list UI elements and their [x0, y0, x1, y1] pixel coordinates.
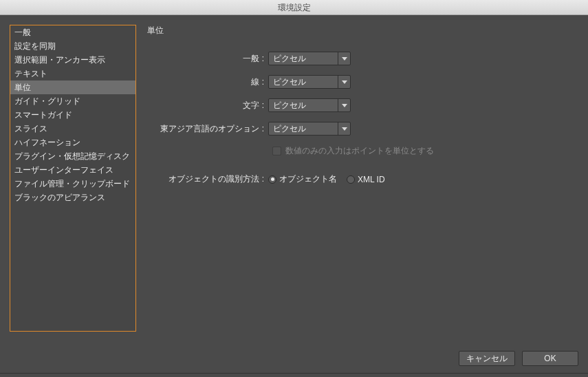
sidebar-item-type[interactable]: テキスト: [10, 67, 135, 80]
ok-button[interactable]: OK: [522, 351, 578, 366]
sidebar-item-ui[interactable]: ユーザーインターフェイス: [10, 163, 135, 177]
sidebar-item-hyphenation[interactable]: ハイフネーション: [10, 136, 135, 149]
label-stroke-units: 線 :: [147, 76, 268, 88]
select-value: ピクセル: [269, 122, 338, 135]
select-type-units[interactable]: ピクセル: [268, 98, 351, 112]
sidebar-item-selection-anchor[interactable]: 選択範囲・アンカー表示: [10, 53, 135, 67]
radio-option-xml-id[interactable]: XML ID: [347, 175, 385, 184]
radio-icon: [268, 175, 276, 184]
label-object-identify: オブジェクトの識別方法 :: [147, 173, 268, 185]
sidebar-item-plugins-scratch[interactable]: プラグイン・仮想記憶ディスク: [10, 149, 135, 163]
chevron-down-icon: [338, 76, 350, 88]
window-titlebar: 環境設定: [0, 0, 588, 15]
window-title: 環境設定: [278, 3, 311, 12]
sidebar-item-file-clipboard[interactable]: ファイル管理・クリップボード: [10, 177, 135, 191]
preferences-panel-units: 単位 一般 : ピクセル 線 : ピクセル: [147, 25, 578, 332]
select-value: ピクセル: [269, 76, 338, 88]
checkbox-label: 数値のみの入力はポイントを単位とする: [285, 145, 434, 157]
section-title: 単位: [147, 25, 578, 36]
label-east-asian-units: 東アジア言語のオプション :: [147, 123, 268, 135]
sidebar-item-guides-grid[interactable]: ガイド・グリッド: [10, 94, 135, 108]
select-value: ピクセル: [269, 99, 338, 111]
sidebar-item-sync-settings[interactable]: 設定を同期: [10, 39, 135, 53]
radio-icon: [347, 175, 355, 184]
select-general-units[interactable]: ピクセル: [268, 52, 351, 65]
radio-option-object-name[interactable]: オブジェクト名: [268, 173, 337, 185]
label-type-units: 文字 :: [147, 100, 268, 111]
cancel-button[interactable]: キャンセル: [459, 351, 515, 366]
radio-label: XML ID: [358, 175, 385, 184]
radio-label: オブジェクト名: [279, 173, 337, 185]
label-general-units: 一般 :: [147, 53, 268, 65]
sidebar-item-black-appearance[interactable]: ブラックのアピアランス: [10, 191, 135, 204]
select-stroke-units[interactable]: ピクセル: [268, 75, 351, 89]
chevron-down-icon: [338, 52, 350, 65]
divider: [0, 373, 588, 374]
sidebar-item-general[interactable]: 一般: [10, 25, 135, 39]
sidebar-item-slices[interactable]: スライス: [10, 122, 135, 136]
select-value: ピクセル: [269, 52, 338, 65]
checkbox-numbers-as-points: [272, 147, 281, 155]
chevron-down-icon: [338, 99, 350, 111]
sidebar-item-smart-guides[interactable]: スマートガイド: [10, 108, 135, 122]
preferences-sidebar: 一般 設定を同期 選択範囲・アンカー表示 テキスト 単位 ガイド・グリッド スマ…: [10, 25, 136, 332]
chevron-down-icon: [338, 122, 350, 135]
select-east-asian-units[interactable]: ピクセル: [268, 122, 351, 136]
sidebar-item-units[interactable]: 単位: [10, 80, 135, 94]
